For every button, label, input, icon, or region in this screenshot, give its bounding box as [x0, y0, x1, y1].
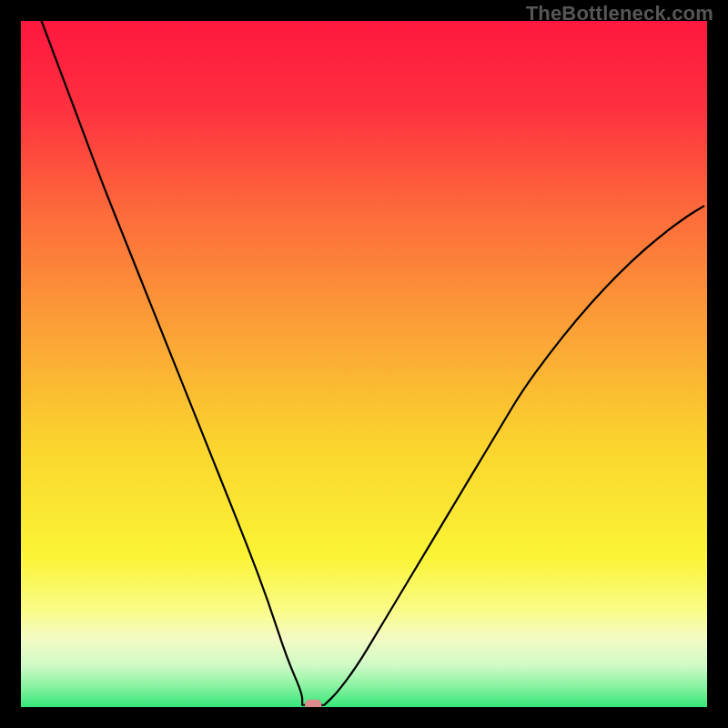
plot-background: [21, 21, 707, 707]
bottleneck-chart: [0, 0, 728, 728]
watermark-text: TheBottleneck.com: [526, 2, 713, 25]
chart-container: TheBottleneck.com: [0, 0, 728, 728]
